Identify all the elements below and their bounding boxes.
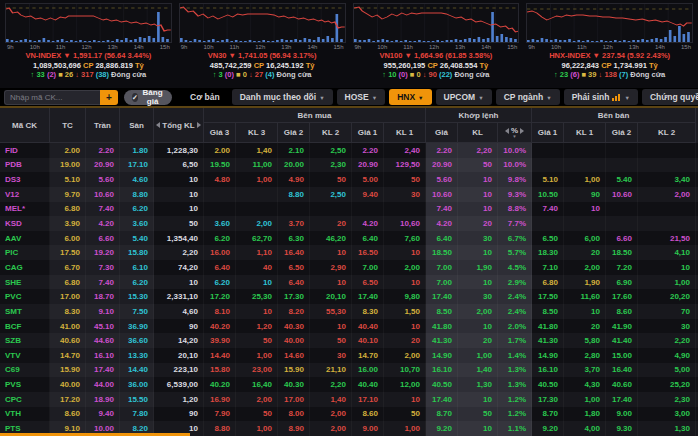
sort-caret-icon[interactable]: ▼ <box>512 135 516 139</box>
ticker-cell[interactable]: FID <box>0 143 50 158</box>
chart-time-axis: 9h10h11h12h13h14h15h <box>5 43 172 51</box>
price-cell: 10.60 <box>606 187 638 202</box>
price-cell: 23,00 <box>236 363 278 378</box>
table-row-DS3[interactable]: DS35.105.604.60104.801,004.90505.00505.6… <box>0 172 698 187</box>
tab-danh-mục-theo-dõi[interactable]: Danh mục theo dõi▼ <box>232 89 333 105</box>
ticker-cell[interactable]: MEL* <box>0 202 50 217</box>
board-view-button[interactable]: ✓ Bảng giá <box>124 90 172 105</box>
price-cell: 41.00 <box>50 319 86 334</box>
price-cell: 7.40 <box>86 202 120 217</box>
price-cell: 10 <box>384 245 426 260</box>
sub-header-%[interactable]: %▼ <box>498 123 532 143</box>
price-cell: 30 <box>638 319 696 334</box>
ticker-cell[interactable]: PDB <box>0 158 50 173</box>
ticker-cell[interactable]: SMT <box>0 304 50 319</box>
tab-upcom[interactable]: UPCOM▼ <box>436 89 492 105</box>
ticker-cell[interactable]: CPC <box>0 392 50 407</box>
ticker-cell[interactable]: PVS <box>0 377 50 392</box>
tab-label: HOSE <box>345 92 369 102</box>
price-cell: 9.70 <box>50 187 86 202</box>
table-row-FID[interactable]: FID2.002.201.801,228,302.001,402.102,502… <box>0 143 698 158</box>
table-row-AAV[interactable]: AAV6.006.605.401,354,406.2062,706.3046,2… <box>0 231 698 246</box>
table-row-C69[interactable]: C6915.9017.4014.40223,1015.8023,0015.902… <box>0 363 698 378</box>
chart-time-axis: 9h10h11h12h13h14h15h <box>526 43 693 51</box>
price-cell: 1,00 <box>638 275 696 290</box>
table-row-SMT[interactable]: SMT8.309.107.504,608.10108.2055,308.301,… <box>0 304 698 319</box>
table-row-PIC[interactable]: PIC17.5019.2015.802,2016.001,1016.401016… <box>0 245 698 260</box>
col-header-tc[interactable]: TC <box>50 108 86 143</box>
table-row-VTH[interactable]: VTH8.609.407.80907.90508.002,008.60508.7… <box>0 407 698 422</box>
price-cell: 4,00 <box>564 421 606 436</box>
tab-cp-ngành[interactable]: CP ngành▼ <box>496 89 560 105</box>
time-tick: 10h <box>377 43 387 51</box>
price-cell: 62,70 <box>236 231 278 246</box>
price-cell: 7.00 <box>426 260 458 275</box>
table-row-SZB[interactable]: SZB40.6044.6036.6014,2039.905040.005040.… <box>0 333 698 348</box>
scroll-right-icon[interactable] <box>197 122 201 128</box>
col-header-tổng-kl[interactable]: Tổng KL <box>154 108 204 143</box>
price-cell: 6.20 <box>204 231 236 246</box>
ticker-cell[interactable]: KSD <box>0 216 50 231</box>
search-input[interactable] <box>4 90 100 105</box>
price-cell: 10 <box>384 275 426 290</box>
price-cell <box>204 187 236 202</box>
table-row-PDB[interactable]: PDB19.0020.9017.106,5019.5011,0020.002,3… <box>0 158 698 173</box>
add-ticker-button[interactable]: + <box>100 90 118 105</box>
ticker-cell[interactable]: DS3 <box>0 172 50 187</box>
ticker-cell[interactable]: PVC <box>0 289 50 304</box>
tab-cơ-bản[interactable]: Cơ bản <box>182 89 228 105</box>
ticker-cell[interactable]: VTH <box>0 407 50 422</box>
ticker-cell[interactable]: PIC <box>0 245 50 260</box>
table-row-MEL[interactable]: MEL*6.807.406.20107.40108.8%7.4010 <box>0 202 698 217</box>
ticker-cell[interactable]: AAV <box>0 231 50 246</box>
ticker-cell[interactable]: V12 <box>0 187 50 202</box>
index-name: VN100 <box>379 51 402 60</box>
table-row-CPC[interactable]: CPC17.2018.9015.501,2016.902,0017.001,40… <box>0 392 698 407</box>
price-cell: 15.00 <box>606 348 638 363</box>
tab-hose[interactable]: HOSE▼ <box>337 89 386 105</box>
price-cell: 10 <box>154 275 204 290</box>
ticker-cell[interactable]: SHE <box>0 275 50 290</box>
table-row-KSD[interactable]: KSD3.904.203.60503.602,003.70204.2010,60… <box>0 216 698 231</box>
scroll-right-icon[interactable] <box>520 128 524 134</box>
table-row-PVC[interactable]: PVC17.0018.7015.302,331,1017.2025,3017.3… <box>0 289 698 304</box>
tab-hnx[interactable]: HNX▼ <box>389 89 431 105</box>
ticker-cell[interactable]: VTV <box>0 348 50 363</box>
table-row-SHE[interactable]: SHE6.807.406.20106.20106.40106.50107.001… <box>0 275 698 290</box>
col-header-trần[interactable]: Trần <box>86 108 120 143</box>
tab-phái-sinh[interactable]: Phái sinh▼ <box>564 89 638 105</box>
tab-chứng-quyền[interactable]: Chứng quyền▼ <box>642 89 698 105</box>
price-cell: 16.40 <box>606 363 638 378</box>
price-cell: 6.10 <box>120 260 154 275</box>
scroll-left-icon[interactable] <box>505 128 509 134</box>
chevron-down-icon: ▼ <box>624 95 629 101</box>
scroll-left-icon[interactable] <box>156 122 160 128</box>
price-table: Mã CKTCTrầnSànTổng KLBên muaKhớp lệnhBên… <box>0 108 698 436</box>
ticker-cell[interactable]: C69 <box>0 363 50 378</box>
price-cell: 2.0% <box>498 319 532 334</box>
price-cell: 18.70 <box>86 289 120 304</box>
table-row-PVS[interactable]: PVS40.0044.0036.006,539,0040.2016,4040.3… <box>0 377 698 392</box>
price-cell: 4.20 <box>86 216 120 231</box>
table-row-VTV[interactable]: VTV14.7016.1013.3020,1014.401,0014.60301… <box>0 348 698 363</box>
col-header-sàn[interactable]: Sàn <box>120 108 154 143</box>
price-cell: 41.40 <box>606 333 638 348</box>
unchanged-count: 0 <box>243 70 247 79</box>
table-row-V12[interactable]: V129.7010.608.80108.802,509.403010.60109… <box>0 187 698 202</box>
ticker-cell[interactable]: CAG <box>0 260 50 275</box>
table-row-BCF[interactable]: BCF41.0045.1036.909040.201,2040.301040.4… <box>0 319 698 334</box>
sub-header-kl: KL <box>458 123 498 143</box>
ceiling-count: (6) <box>570 70 579 79</box>
advancers-count: 23 <box>560 70 568 79</box>
ticker-cell[interactable]: SZB <box>0 333 50 348</box>
price-cell: 15.80 <box>204 363 236 378</box>
price-cell: 41.80 <box>426 319 458 334</box>
chevron-down-icon: ▼ <box>319 95 324 101</box>
tab-label: CP ngành <box>504 92 544 102</box>
ticker-cell[interactable]: BCF <box>0 319 50 334</box>
index-summary: VN100 ▼ 1,664.96 (61.85 3.58%) <box>353 51 520 61</box>
table-row-CAG[interactable]: CAG6.707.306.1074,206.40406.502,907.002,… <box>0 260 698 275</box>
floor-count: (7) <box>619 70 628 79</box>
price-cell: 17.50 <box>50 245 86 260</box>
decliners-count: 90 <box>429 70 437 79</box>
